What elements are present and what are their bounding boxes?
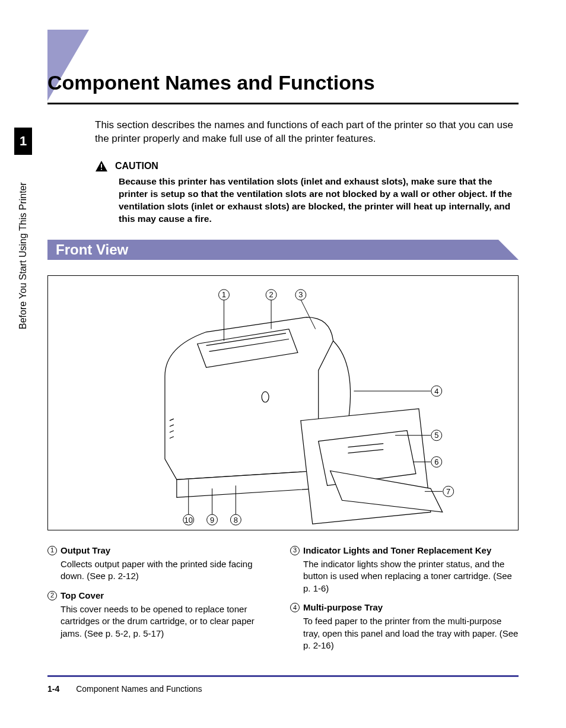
right-column: 3 Indicator Lights and Toner Replacement… xyxy=(290,545,519,659)
callout-7: 7 xyxy=(446,487,450,495)
callout-1: 1 xyxy=(222,290,226,299)
page-number: 1-4 xyxy=(47,684,59,694)
item-body: Collects output paper with the printed s… xyxy=(61,558,276,583)
page: 1 Before You Start Using This Printer Co… xyxy=(0,0,566,728)
footer-title: Component Names and Functions xyxy=(76,684,202,694)
chapter-tab: 1 xyxy=(14,128,32,155)
svg-rect-2 xyxy=(101,169,102,170)
callout-4: 4 xyxy=(434,386,438,395)
chapter-number: 1 xyxy=(20,133,27,149)
page-footer: 1-4 Component Names and Functions xyxy=(47,684,202,694)
printer-diagram: 1 2 3 4 5 6 7 10 9 8 xyxy=(47,275,519,530)
description-columns: 1 Output Tray Collects output paper with… xyxy=(47,545,519,659)
title-block: Component Names and Functions xyxy=(47,71,519,104)
callout-3: 3 xyxy=(298,290,303,299)
callout-6: 6 xyxy=(434,457,438,466)
callout-5: 5 xyxy=(434,431,438,440)
item-body: To feed paper to the printer from the mu… xyxy=(303,615,519,651)
side-chapter-title: Before You Start Using This Printer xyxy=(18,182,28,329)
callout-9: 9 xyxy=(210,515,214,524)
item-body: The indicator lights show the printer st… xyxy=(303,558,519,595)
item-output-tray: 1 Output Tray Collects output paper with… xyxy=(47,545,276,583)
intro-paragraph: This section describes the names and fun… xyxy=(95,119,519,146)
printer-figure-svg: 1 2 3 4 5 6 7 10 9 8 xyxy=(48,276,518,530)
svg-rect-1 xyxy=(101,164,102,167)
item-multipurpose-tray: 4 Multi-purpose Tray To feed paper to th… xyxy=(290,602,519,651)
left-column: 1 Output Tray Collects output paper with… xyxy=(47,545,276,659)
caution-text: Because this printer has ventilation slo… xyxy=(119,176,519,225)
item-body: This cover needs to be opened to replace… xyxy=(61,603,276,640)
warning-triangle-icon xyxy=(95,160,108,172)
title-rule xyxy=(47,103,519,104)
callout-10: 10 xyxy=(185,515,193,524)
footer-rule xyxy=(47,675,519,677)
callout-8: 8 xyxy=(234,515,238,524)
caution-block: CAUTION Because this printer has ventila… xyxy=(95,160,519,225)
item-top-cover: 2 Top Cover This cover needs to be opene… xyxy=(47,590,276,640)
item-title: Output Tray xyxy=(61,545,110,557)
caution-label: CAUTION xyxy=(115,161,158,171)
item-indicator-lights: 3 Indicator Lights and Toner Replacement… xyxy=(290,545,519,595)
item-num: 2 xyxy=(47,591,57,600)
item-title: Indicator Lights and Toner Replacement K… xyxy=(303,545,491,557)
section-heading: Front View xyxy=(47,240,519,260)
item-title: Multi-purpose Tray xyxy=(303,602,383,613)
item-num: 4 xyxy=(290,603,300,612)
section-heading-bar: Front View xyxy=(47,240,519,260)
item-title: Top Cover xyxy=(61,590,104,602)
page-title: Component Names and Functions xyxy=(47,71,519,94)
svg-point-3 xyxy=(262,392,269,402)
callout-2: 2 xyxy=(269,290,273,299)
item-num: 3 xyxy=(290,546,300,555)
caution-header: CAUTION xyxy=(95,160,519,172)
item-num: 1 xyxy=(47,546,57,555)
